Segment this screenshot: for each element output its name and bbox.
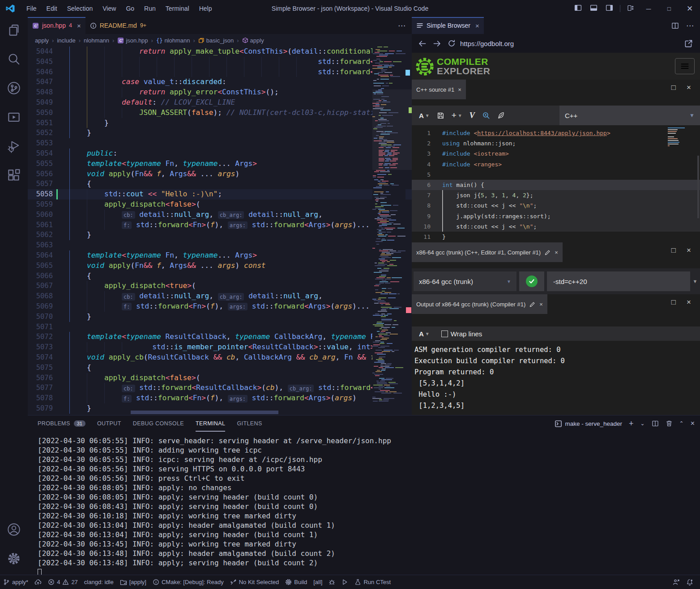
terminal-output[interactable]: [2022-04-30 06:05:55] INFO: serve_header…	[38, 436, 391, 577]
status-debug-target[interactable]	[325, 575, 338, 589]
breadcrumb-item[interactable]: apply	[35, 37, 49, 44]
maximize-icon[interactable]: □	[671, 83, 676, 92]
close-panel-icon[interactable]: ×	[691, 420, 695, 428]
font-size-tool[interactable]: A▼	[419, 112, 430, 119]
maximize-icon[interactable]: □	[671, 246, 676, 255]
debug-icon[interactable]	[0, 133, 28, 159]
status-feedback[interactable]	[670, 579, 683, 586]
maximize-panel-icon[interactable]: ⌃	[679, 420, 684, 427]
code-editor[interactable]: 5044return apply_make_tuple<ConstThis>(d…	[28, 47, 412, 415]
terminal-dropdown-icon[interactable]: ⌄	[640, 420, 645, 427]
breadcrumb-item[interactable]: {}nlohmann	[156, 37, 190, 44]
editor-more-actions[interactable]: ⋯	[398, 17, 412, 34]
menu-terminal[interactable]: Terminal	[161, 0, 194, 17]
reload-icon[interactable]	[448, 39, 456, 47]
rename-icon[interactable]	[544, 249, 551, 256]
close-button[interactable]: ✕	[679, 0, 700, 17]
account-icon[interactable]	[0, 517, 28, 542]
panel-tab-problems[interactable]: PROBLEMS31	[38, 415, 85, 432]
menu-go[interactable]: Go	[121, 0, 139, 17]
tab-json.hpp[interactable]: C+json.hpp4×	[28, 17, 85, 34]
save-icon[interactable]	[437, 112, 444, 119]
ce-source-editor[interactable]: 1#include <https://localhost:8443/apply/…	[412, 125, 700, 242]
options-dropdown-icon[interactable]: ▼	[690, 279, 700, 284]
source-control-icon[interactable]	[0, 75, 28, 101]
editor-horizontal-scrollbar[interactable]	[131, 411, 278, 414]
status-run-ctest[interactable]: Run CTest	[351, 575, 394, 589]
toggle-panel-icon[interactable]	[590, 4, 598, 13]
split-editor-icon[interactable]	[671, 22, 679, 30]
status-kit-selection[interactable]: No Kit Selected	[227, 575, 282, 589]
menu-run[interactable]: Run	[139, 0, 161, 17]
breadcrumb-item[interactable]: basic_json	[198, 37, 234, 44]
close-icon[interactable]: ×	[77, 22, 81, 30]
close-icon[interactable]: ×	[687, 298, 691, 307]
ce-source-scrollbar[interactable]	[697, 156, 699, 218]
status-launch-target[interactable]	[338, 575, 351, 589]
wrap-lines-checkbox[interactable]	[441, 331, 448, 337]
quick-links-icon[interactable]	[497, 111, 505, 119]
forward-icon[interactable]	[433, 39, 441, 48]
close-icon[interactable]: ×	[475, 22, 479, 30]
more-actions-icon[interactable]: ⋯	[686, 21, 694, 30]
breadcrumb[interactable]: apply›include›nlohmann›C+json.hpp›{}nloh…	[28, 34, 412, 47]
status-active-folder[interactable]: [apply]	[117, 575, 149, 589]
rename-icon[interactable]	[529, 301, 536, 308]
status-build-target[interactable]: [all]	[310, 575, 325, 589]
open-external-icon[interactable]	[684, 39, 693, 48]
status-build[interactable]: Build	[282, 575, 310, 589]
settings-gear-icon[interactable]	[0, 546, 28, 572]
add-pane-tool[interactable]: +▼	[452, 110, 462, 120]
zoom-icon[interactable]	[482, 111, 490, 119]
breadcrumb-item[interactable]: include	[57, 37, 75, 44]
menu-file[interactable]: File	[21, 0, 42, 17]
close-icon[interactable]: ×	[539, 301, 543, 308]
extensions-icon[interactable]	[0, 162, 28, 188]
toggle-secondary-sidebar-icon[interactable]	[606, 4, 613, 13]
preview-icon[interactable]	[0, 104, 28, 130]
customize-layout-icon[interactable]	[627, 4, 634, 13]
menu-help[interactable]: Help	[194, 0, 217, 17]
status-git-branch[interactable]: apply*	[0, 575, 31, 589]
terminal-instance[interactable]: make - serve_header	[555, 420, 622, 428]
breadcrumb-item[interactable]: apply	[242, 37, 264, 44]
maximize-icon[interactable]: □	[671, 298, 676, 307]
maximize-button[interactable]: □	[659, 0, 679, 17]
close-icon[interactable]: ×	[687, 83, 691, 92]
vim-mode-tool[interactable]: V	[470, 111, 475, 120]
panel-tab-debug-console[interactable]: DEBUG CONSOLE	[133, 415, 184, 432]
compiler-select[interactable]: x86-64 gcc (trunk) ▼	[414, 271, 516, 291]
hamburger-menu-icon[interactable]	[675, 58, 695, 74]
menu-view[interactable]: View	[98, 0, 121, 17]
editor-overview-ruler[interactable]	[405, 47, 412, 415]
close-icon[interactable]: ×	[687, 246, 691, 255]
panel-tab-gitlens[interactable]: GITLENS	[237, 415, 262, 432]
split-terminal-icon[interactable]	[652, 420, 659, 427]
files-icon[interactable]	[0, 17, 28, 43]
status-notifications[interactable]	[683, 579, 696, 586]
source-pane-tab[interactable]: C++ source #1 ×	[412, 80, 466, 99]
language-select[interactable]: C++ ▼	[559, 106, 700, 125]
close-icon[interactable]: ×	[555, 249, 558, 256]
menu-edit[interactable]: Edit	[42, 0, 62, 17]
output-pane-tab[interactable]: Output of x86-64 gcc (trunk) (Compiler #…	[412, 294, 547, 314]
breadcrumb-item[interactable]: C+json.hpp	[117, 37, 148, 44]
breadcrumb-item[interactable]: nlohmann	[84, 37, 109, 44]
panel-tab-terminal[interactable]: TERMINAL	[196, 415, 225, 432]
panel-tab-output[interactable]: OUTPUT	[97, 415, 121, 432]
back-icon[interactable]	[418, 39, 427, 48]
url-input[interactable]: https://godbolt.org	[460, 40, 678, 47]
menu-selection[interactable]: Selection	[62, 0, 98, 17]
tab-simple-browser[interactable]: Simple Browser ×	[412, 17, 484, 34]
status-publish[interactable]	[31, 575, 45, 589]
search-icon[interactable]	[0, 46, 28, 72]
kill-terminal-icon[interactable]	[666, 420, 673, 427]
compiler-options-input[interactable]: -std=c++20	[547, 271, 690, 291]
status-errors[interactable]: 427	[45, 575, 81, 589]
new-terminal-icon[interactable]: +	[629, 419, 634, 428]
font-size-tool[interactable]: A▼	[419, 330, 430, 338]
compiler-pane-tab[interactable]: x86-64 gcc (trunk) (C++, Editor #1, Comp…	[412, 242, 563, 262]
minimize-button[interactable]: ─	[638, 0, 659, 17]
status-cmake-status[interactable]: CMake: [Debug]: Ready	[149, 575, 227, 589]
close-icon[interactable]: ×	[458, 86, 461, 93]
